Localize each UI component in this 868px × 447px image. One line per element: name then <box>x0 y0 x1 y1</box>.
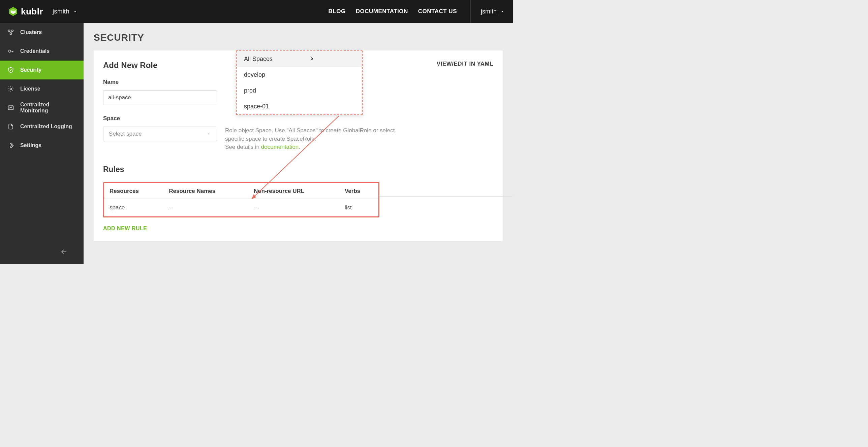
kublr-logo-icon <box>8 6 18 16</box>
chevron-down-icon <box>500 9 505 14</box>
cursor-icon <box>309 55 315 64</box>
logo[interactable]: kublr <box>8 6 43 17</box>
shield-icon <box>7 67 14 73</box>
dropdown-option-develop[interactable]: develop <box>237 67 362 83</box>
rules-table-highlight: Resources Resource Names Non-resource UR… <box>103 182 379 217</box>
nav-blog[interactable]: BLOG <box>329 8 346 15</box>
chevron-down-icon <box>73 9 78 14</box>
monitor-icon <box>7 104 14 111</box>
rules-table: Resources Resource Names Non-resource UR… <box>104 183 378 216</box>
col-non-resource-url: Non-resource URL <box>248 183 339 199</box>
sidebar-item-credentials[interactable]: Credentials <box>0 42 84 61</box>
sidebar-item-label: Credentials <box>20 48 50 54</box>
sidebar-item-label: Settings <box>20 142 41 148</box>
user-menu[interactable]: jsmith <box>470 0 505 23</box>
nav-documentation[interactable]: DOCUMENTATION <box>356 8 408 15</box>
main-content: SECURITY Add New Role VIEW/EDIT IN YAML … <box>84 23 513 264</box>
sidebar-item-monitoring[interactable]: Centralized Monitoring <box>0 98 84 117</box>
key-icon <box>7 48 14 55</box>
col-resources: Resources <box>104 183 163 199</box>
topbar: kublr jsmith BLOG DOCUMENTATION CONTACT … <box>0 0 513 23</box>
dropdown-option-space-01[interactable]: space-01 <box>237 99 362 114</box>
sidebar-item-security[interactable]: Security <box>0 61 84 79</box>
gear-icon <box>7 85 14 92</box>
space-switcher-label: jsmith <box>53 8 69 15</box>
col-resource-names: Resource Names <box>163 183 248 199</box>
nav-contact[interactable]: CONTACT US <box>418 8 457 15</box>
page-title: SECURITY <box>94 32 503 43</box>
space-help-text: Role object Space. Use "All Spaces" to c… <box>225 127 400 151</box>
col-verbs: Verbs <box>339 183 378 199</box>
sidebar-item-settings[interactable]: Settings <box>0 136 84 155</box>
space-select[interactable]: Select space <box>103 127 216 141</box>
sidebar-item-label: Centralized Monitoring <box>20 102 76 114</box>
add-role-card: Add New Role VIEW/EDIT IN YAML Name Spac… <box>94 50 503 241</box>
table-row[interactable]: space -- -- list <box>104 199 378 216</box>
arrow-left-icon <box>60 248 68 256</box>
sidebar: Clusters Credentials Security License <box>0 23 84 264</box>
clusters-icon <box>7 29 14 36</box>
svg-point-7 <box>10 88 12 90</box>
brand-text: kublr <box>21 6 43 17</box>
user-name: jsmith <box>481 8 497 15</box>
svg-point-5 <box>10 33 12 35</box>
collapse-sidebar-button[interactable] <box>60 248 68 258</box>
sidebar-item-label: Centralized Logging <box>20 124 72 130</box>
row-divider <box>379 196 513 197</box>
topnav: BLOG DOCUMENTATION CONTACT US jsmith <box>329 0 505 23</box>
sidebar-item-label: License <box>20 86 40 92</box>
space-dropdown-panel: All Spaces develop prod space-01 <box>236 50 363 115</box>
rules-title: Rules <box>103 165 493 174</box>
space-label: Space <box>103 115 493 122</box>
wrench-icon <box>7 142 14 149</box>
sidebar-item-label: Clusters <box>20 29 42 35</box>
name-input[interactable] <box>103 90 216 105</box>
view-edit-yaml-link[interactable]: VIEW/EDIT IN YAML <box>437 61 493 67</box>
file-icon <box>7 123 14 130</box>
caret-down-icon <box>207 132 211 136</box>
sidebar-item-license[interactable]: License <box>0 79 84 98</box>
card-title: Add New Role <box>103 61 157 70</box>
space-switcher[interactable]: jsmith <box>53 8 78 15</box>
sidebar-item-clusters[interactable]: Clusters <box>0 23 84 42</box>
sidebar-item-label: Security <box>20 67 41 73</box>
svg-point-6 <box>8 50 11 53</box>
sidebar-item-logging[interactable]: Centralized Logging <box>0 117 84 136</box>
add-new-rule-button[interactable]: ADD NEW RULE <box>103 226 493 232</box>
dropdown-option-prod[interactable]: prod <box>237 83 362 99</box>
space-select-placeholder: Select space <box>109 131 142 137</box>
dropdown-option-all-spaces[interactable]: All Spaces <box>237 51 362 67</box>
rules-header-row: Resources Resource Names Non-resource UR… <box>104 183 378 199</box>
documentation-link[interactable]: documentation <box>261 144 299 150</box>
